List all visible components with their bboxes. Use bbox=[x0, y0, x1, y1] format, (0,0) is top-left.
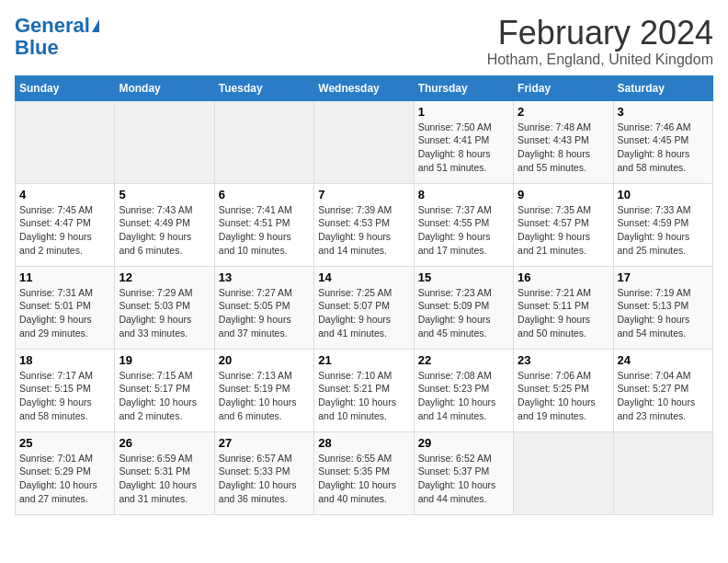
day-number: 12 bbox=[119, 270, 210, 284]
day-info: Sunrise: 7:19 AMSunset: 5:13 PMDaylight:… bbox=[618, 286, 709, 340]
calendar-cell bbox=[16, 100, 115, 183]
month-year-title: February 2024 bbox=[487, 15, 713, 52]
day-number: 25 bbox=[19, 436, 110, 450]
calendar-cell: 2Sunrise: 7:48 AMSunset: 4:43 PMDaylight… bbox=[514, 100, 613, 183]
calendar-cell: 13Sunrise: 7:27 AMSunset: 5:05 PMDayligh… bbox=[214, 266, 313, 349]
day-info: Sunrise: 7:13 AMSunset: 5:19 PMDaylight:… bbox=[219, 369, 310, 423]
calendar-cell: 17Sunrise: 7:19 AMSunset: 5:13 PMDayligh… bbox=[613, 266, 712, 349]
calendar-cell bbox=[514, 431, 613, 514]
day-info: Sunrise: 7:27 AMSunset: 5:05 PMDaylight:… bbox=[219, 286, 310, 340]
day-info: Sunrise: 6:52 AMSunset: 5:37 PMDaylight:… bbox=[418, 452, 509, 506]
calendar-cell: 3Sunrise: 7:46 AMSunset: 4:45 PMDaylight… bbox=[613, 100, 712, 183]
day-info: Sunrise: 7:25 AMSunset: 5:07 PMDaylight:… bbox=[318, 286, 409, 340]
calendar-cell: 1Sunrise: 7:50 AMSunset: 4:41 PMDaylight… bbox=[414, 100, 513, 183]
title-area: February 2024 Hotham, England, United Ki… bbox=[487, 15, 713, 68]
week-row-3: 18Sunrise: 7:17 AMSunset: 5:15 PMDayligh… bbox=[16, 349, 713, 431]
calendar-cell: 20Sunrise: 7:13 AMSunset: 5:19 PMDayligh… bbox=[214, 349, 313, 431]
header-row: SundayMondayTuesdayWednesdayThursdayFrid… bbox=[16, 75, 713, 100]
day-number: 4 bbox=[19, 188, 110, 201]
day-number: 11 bbox=[19, 270, 110, 284]
day-info: Sunrise: 7:21 AMSunset: 5:11 PMDaylight:… bbox=[518, 286, 609, 340]
day-number: 3 bbox=[618, 105, 709, 119]
day-number: 2 bbox=[518, 105, 609, 119]
calendar-cell: 15Sunrise: 7:23 AMSunset: 5:09 PMDayligh… bbox=[414, 266, 513, 349]
calendar-cell: 16Sunrise: 7:21 AMSunset: 5:11 PMDayligh… bbox=[514, 266, 613, 349]
day-number: 23 bbox=[518, 353, 609, 367]
calendar-cell: 11Sunrise: 7:31 AMSunset: 5:01 PMDayligh… bbox=[16, 266, 115, 349]
calendar-cell bbox=[214, 100, 313, 183]
day-info: Sunrise: 7:48 AMSunset: 4:43 PMDaylight:… bbox=[518, 121, 609, 175]
calendar-cell: 25Sunrise: 7:01 AMSunset: 5:29 PMDayligh… bbox=[16, 431, 115, 514]
day-info: Sunrise: 7:39 AMSunset: 4:53 PMDaylight:… bbox=[318, 203, 409, 258]
day-number: 18 bbox=[19, 353, 110, 367]
calendar-header: SundayMondayTuesdayWednesdayThursdayFrid… bbox=[16, 75, 713, 100]
day-number: 27 bbox=[219, 436, 310, 450]
calendar-cell: 5Sunrise: 7:43 AMSunset: 4:49 PMDaylight… bbox=[115, 183, 214, 266]
day-number: 28 bbox=[318, 436, 409, 450]
calendar-cell: 7Sunrise: 7:39 AMSunset: 4:53 PMDaylight… bbox=[314, 183, 414, 266]
day-info: Sunrise: 7:01 AMSunset: 5:29 PMDaylight:… bbox=[19, 452, 110, 506]
calendar-cell: 9Sunrise: 7:35 AMSunset: 4:57 PMDaylight… bbox=[514, 183, 613, 266]
header-monday: Monday bbox=[115, 75, 214, 100]
calendar-cell: 22Sunrise: 7:08 AMSunset: 5:23 PMDayligh… bbox=[414, 349, 513, 431]
day-number: 29 bbox=[418, 436, 509, 450]
calendar-cell: 23Sunrise: 7:06 AMSunset: 5:25 PMDayligh… bbox=[514, 349, 613, 431]
day-info: Sunrise: 6:55 AMSunset: 5:35 PMDaylight:… bbox=[318, 452, 409, 506]
calendar-cell bbox=[613, 431, 712, 514]
calendar-cell: 24Sunrise: 7:04 AMSunset: 5:27 PMDayligh… bbox=[613, 349, 712, 431]
calendar-cell bbox=[115, 100, 214, 183]
day-info: Sunrise: 7:45 AMSunset: 4:47 PMDaylight:… bbox=[19, 203, 110, 258]
calendar-cell: 14Sunrise: 7:25 AMSunset: 5:07 PMDayligh… bbox=[314, 266, 414, 349]
day-number: 22 bbox=[418, 353, 509, 367]
calendar-cell: 19Sunrise: 7:15 AMSunset: 5:17 PMDayligh… bbox=[115, 349, 214, 431]
day-number: 24 bbox=[618, 353, 709, 367]
calendar-cell bbox=[314, 100, 414, 183]
day-number: 5 bbox=[119, 188, 210, 201]
calendar-cell: 21Sunrise: 7:10 AMSunset: 5:21 PMDayligh… bbox=[314, 349, 414, 431]
day-number: 15 bbox=[418, 270, 509, 284]
week-row-0: 1Sunrise: 7:50 AMSunset: 4:41 PMDaylight… bbox=[16, 100, 713, 183]
calendar-body: 1Sunrise: 7:50 AMSunset: 4:41 PMDaylight… bbox=[16, 100, 713, 514]
day-number: 1 bbox=[418, 105, 509, 119]
day-info: Sunrise: 7:29 AMSunset: 5:03 PMDaylight:… bbox=[119, 286, 210, 340]
logo-text-blue: Blue bbox=[15, 37, 59, 59]
day-info: Sunrise: 7:37 AMSunset: 4:55 PMDaylight:… bbox=[418, 203, 509, 258]
day-info: Sunrise: 6:57 AMSunset: 5:33 PMDaylight:… bbox=[219, 452, 310, 506]
calendar-cell: 26Sunrise: 6:59 AMSunset: 5:31 PMDayligh… bbox=[115, 431, 214, 514]
day-info: Sunrise: 7:33 AMSunset: 4:59 PMDaylight:… bbox=[618, 203, 709, 258]
day-info: Sunrise: 7:41 AMSunset: 4:51 PMDaylight:… bbox=[219, 203, 310, 258]
day-info: Sunrise: 7:10 AMSunset: 5:21 PMDaylight:… bbox=[318, 369, 409, 423]
day-info: Sunrise: 7:04 AMSunset: 5:27 PMDaylight:… bbox=[618, 369, 709, 423]
day-number: 21 bbox=[318, 353, 409, 367]
day-number: 13 bbox=[219, 270, 310, 284]
logo-triangle-icon bbox=[92, 19, 99, 32]
header-saturday: Saturday bbox=[613, 75, 712, 100]
day-number: 26 bbox=[119, 436, 210, 450]
calendar-cell: 6Sunrise: 7:41 AMSunset: 4:51 PMDaylight… bbox=[214, 183, 313, 266]
header-tuesday: Tuesday bbox=[214, 75, 313, 100]
day-info: Sunrise: 7:15 AMSunset: 5:17 PMDaylight:… bbox=[119, 369, 210, 423]
day-number: 14 bbox=[318, 270, 409, 284]
location-subtitle: Hotham, England, United Kingdom bbox=[487, 52, 713, 68]
calendar-cell: 10Sunrise: 7:33 AMSunset: 4:59 PMDayligh… bbox=[613, 183, 712, 266]
week-row-1: 4Sunrise: 7:45 AMSunset: 4:47 PMDaylight… bbox=[16, 183, 713, 266]
day-info: Sunrise: 7:46 AMSunset: 4:45 PMDaylight:… bbox=[618, 121, 709, 175]
header-sunday: Sunday bbox=[16, 75, 115, 100]
day-info: Sunrise: 7:43 AMSunset: 4:49 PMDaylight:… bbox=[119, 203, 210, 258]
calendar-cell: 12Sunrise: 7:29 AMSunset: 5:03 PMDayligh… bbox=[115, 266, 214, 349]
page-header: General Blue February 2024 Hotham, Engla… bbox=[15, 15, 713, 68]
calendar-table: SundayMondayTuesdayWednesdayThursdayFrid… bbox=[15, 75, 713, 515]
logo-text-general: General bbox=[15, 15, 90, 37]
day-number: 17 bbox=[618, 270, 709, 284]
day-info: Sunrise: 7:06 AMSunset: 5:25 PMDaylight:… bbox=[518, 369, 609, 423]
day-number: 7 bbox=[318, 188, 409, 201]
header-thursday: Thursday bbox=[414, 75, 513, 100]
day-number: 6 bbox=[219, 188, 310, 201]
day-number: 8 bbox=[418, 188, 509, 201]
week-row-2: 11Sunrise: 7:31 AMSunset: 5:01 PMDayligh… bbox=[16, 266, 713, 349]
day-number: 9 bbox=[518, 188, 609, 201]
header-friday: Friday bbox=[514, 75, 613, 100]
logo: General Blue bbox=[15, 15, 99, 59]
calendar-cell: 18Sunrise: 7:17 AMSunset: 5:15 PMDayligh… bbox=[16, 349, 115, 431]
day-number: 10 bbox=[618, 188, 709, 201]
